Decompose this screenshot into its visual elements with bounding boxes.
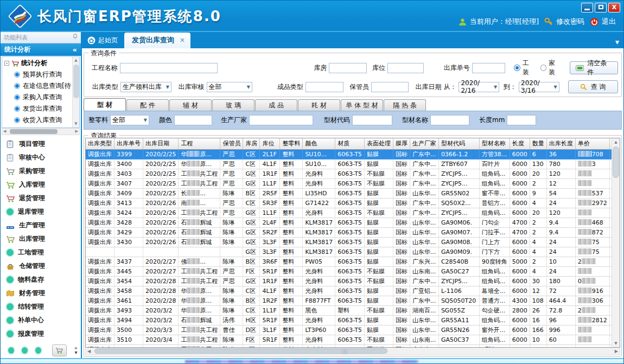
table-row[interactable]: 调拨出库34242020/2/26工共工程严思G区1L1F整料光身料6063-T… [86, 208, 612, 218]
profile-name-input[interactable] [430, 115, 469, 125]
tree-hscrollbar[interactable]: ◀ ▶ [2, 128, 80, 135]
product-type-input[interactable] [305, 82, 344, 92]
location-input[interactable] [387, 63, 424, 73]
sidebar-item-15[interactable]: 报废管理 [1, 327, 81, 341]
table-row[interactable]: 调拨出库34092020/2/25长...陈琳B区2R5F整料LI35HD606… [86, 188, 612, 198]
table-row[interactable]: 调拨出库34582020/2/28华原...陈琳C区4L1F整料光身料6063-… [86, 286, 612, 296]
column-header[interactable]: 表面处理 [364, 138, 393, 149]
tree-expander-icon[interactable]: - [4, 61, 9, 66]
column-header[interactable]: 型材代码 [438, 138, 479, 149]
column-header[interactable]: 材质 [335, 138, 365, 149]
sidebar-item-7[interactable]: 生产管理 [1, 219, 81, 232]
tab-shipping-outbound-query[interactable]: 发货出库查询 × [124, 33, 190, 48]
change-password-button[interactable]: 修改密码 [544, 17, 584, 27]
table-row[interactable]: 调拨出库34282020/2/26石辉城陈琳G区2L4F整料KLM3817606… [86, 218, 612, 227]
tree-item[interactable]: 采购入库查询 [2, 92, 79, 103]
material-tab-5[interactable]: 成 品 [255, 99, 297, 111]
column-header[interactable]: 库房 [243, 138, 260, 149]
table-row[interactable]: 调拨出库34372020/2/27佛...陈琳B区3R6F整料PW056063-… [86, 257, 612, 266]
table-row[interactable]: 调拨出库34032020/2/25工共工程严思G区1R1F整料光身料6063-T… [86, 169, 612, 178]
sidebar-item-3[interactable]: 采购管理 [1, 164, 81, 178]
scroll-down-icon[interactable]: ▼ [73, 120, 79, 127]
module-cart-button[interactable] [52, 344, 67, 356]
column-header[interactable]: 长度 [510, 138, 530, 149]
table-vscrollbar[interactable]: ▲ ▼ [612, 138, 620, 347]
table-hscrollbar[interactable]: ◀ ||| ▶ [85, 348, 620, 355]
out-audit-select[interactable]: 全部▼ [207, 82, 252, 92]
table-row[interactable]: 调拨出库34452020/2/27工共工程严思F区5R1F整料光身料6063-T… [86, 266, 612, 276]
tree-item[interactable]: 在途信息查询[待 [2, 80, 79, 92]
sidebar-item-8[interactable]: 出库管理 [1, 232, 81, 246]
table-row[interactable]: 调拨出库34292020/2/26石辉城陈琳G区5R2F整料KLM3817606… [86, 227, 612, 237]
table-row[interactable]: 调拨出库35102020/3/4工共工程陈琳F区5R1F整料光身料6063-T5… [86, 335, 612, 344]
table-row[interactable]: 调拨出库34002020/2/25华原...严思C区4L1F整料SU10...6… [86, 159, 612, 169]
keeper-input[interactable] [371, 82, 409, 92]
material-tab-1[interactable]: 型 材 [84, 98, 126, 111]
sidebar-item-12[interactable]: 财务管理 [1, 286, 81, 300]
table-row[interactable]: 调拨出库34612020/2/28华原...陈琳B区1R2F整料F8877FT6… [86, 296, 612, 305]
table-row[interactable]: 调拨出库34302020/2/26石辉城陈琳G区3L3F整料KLM3817606… [86, 237, 612, 247]
column-header[interactable]: 出库日期 [143, 138, 179, 149]
date-from-picker[interactable]: 2020/ 2/16▼ [459, 82, 499, 92]
sidebar-item-9[interactable]: 工地管理 [1, 246, 81, 259]
length-input[interactable] [507, 115, 536, 125]
tree-scrollbar[interactable]: ▲ ▼ [72, 57, 79, 127]
tab-home[interactable]: 起始页 [82, 36, 124, 48]
outbound-no-input[interactable] [472, 63, 505, 73]
table-row[interactable]: 调拨出库34132020/2/26南...严思C区5R3F整料G71422606… [86, 198, 612, 208]
tab-close-icon[interactable]: × [180, 36, 185, 44]
radio-jiazhuang[interactable]: 家装 [540, 59, 561, 77]
column-header[interactable]: 出库类型 [86, 138, 114, 149]
profile-code-input[interactable] [352, 115, 392, 125]
table-row[interactable]: 调拨出库33992020/2/25华原...严思C区2L1F整料SU10...6… [86, 149, 612, 159]
table-row[interactable]: 调拨出库35122020/3/4工共工程陈琳F区1L2F整料光身料6063-T5… [86, 344, 612, 347]
column-header[interactable]: 出库长度 [546, 138, 575, 149]
column-header[interactable]: 库位 [260, 138, 280, 149]
scroll-right-icon[interactable]: ▶ [615, 348, 618, 354]
tab-overflow-icon[interactable]: ▼ [615, 40, 619, 45]
column-header[interactable]: 保管员 [220, 138, 243, 149]
module-dot-icon[interactable] [22, 347, 28, 354]
scroll-down-icon[interactable]: ▼ [612, 340, 620, 347]
column-header[interactable]: 整零料 [280, 138, 303, 149]
sidebar-item-11[interactable]: 物料盘存 [1, 273, 81, 286]
column-header[interactable]: 生产厂家 [410, 138, 438, 149]
manufacturer-input[interactable] [249, 115, 313, 125]
sidebar-item-6[interactable]: 退库管理 [1, 205, 81, 219]
overflow-button[interactable]: »▾ [74, 346, 78, 355]
sidebar-item-5[interactable]: 退货管理 [1, 191, 81, 205]
pin-icon[interactable] [73, 34, 78, 41]
tree-item[interactable]: 预算执行查询 [2, 69, 79, 80]
material-tab-3[interactable]: 辅 材 [169, 99, 212, 111]
column-header[interactable]: 数量 [530, 138, 546, 149]
section-header-statistics[interactable]: 统计分析 « [1, 43, 81, 56]
column-header[interactable]: 单价 [575, 138, 609, 149]
sidebar-item-13[interactable]: 结转管理 [1, 300, 81, 314]
material-tab-2[interactable]: 配 件 [126, 99, 169, 111]
whole-part-select[interactable]: 全部▼ [110, 115, 149, 125]
table-row[interactable]: 调拨出库34932020/3/2华原...陈琳C区1L1F整料黑色塑料不贴膜国标… [86, 305, 612, 315]
column-header[interactable]: 型材名称 [479, 138, 510, 149]
table-row[interactable]: 调拨出库34072020/2/25工共工程严思G区1L1F整料光身料6063-T… [86, 178, 612, 188]
column-header[interactable]: 工程 [179, 138, 220, 149]
maximize-button[interactable] [595, 3, 607, 12]
clear-conditions-button[interactable]: 清空条件 [570, 61, 618, 74]
collapse-icon[interactable]: « [73, 46, 77, 54]
warehouse-input[interactable] [329, 63, 366, 73]
table-row[interactable]: 调拨出库35002020/3/3工共工程曹佳D区3L1F整料LT3P606063… [86, 325, 612, 335]
column-header[interactable]: 膜厚 [393, 138, 410, 149]
sidebar-item-1[interactable]: 项目管理 [1, 137, 81, 151]
tree-root[interactable]: - 统计分析 [2, 57, 79, 69]
material-tab-7[interactable]: 单 体 型 材 [341, 99, 383, 111]
material-tab-6[interactable]: 耗 材 [298, 99, 340, 111]
out-type-select[interactable]: 生产领料出库▼ [120, 82, 171, 92]
table-row[interactable]: 调拨出库34942020/3/2石辉城汤伟H区5R1F整料光身料6063-T5贴… [86, 315, 612, 325]
column-header[interactable]: 出库单号 [114, 138, 143, 149]
scroll-left-icon[interactable]: ◀ [87, 348, 91, 354]
scroll-left-icon[interactable]: ◀ [3, 129, 6, 135]
scroll-right-icon[interactable]: ▶ [75, 129, 78, 135]
table-row[interactable]: G区3L3F整料KLM38176063-T5贴膜国标山东华...GA90M09.… [86, 247, 612, 257]
table-row[interactable]: 调拨出库34542020/2/28工共工程严思G区1R1F整料光身料6063-T… [86, 276, 612, 286]
sidebar-item-2[interactable]: 审核中心 [1, 151, 81, 164]
module-dot-icon[interactable] [8, 347, 14, 354]
